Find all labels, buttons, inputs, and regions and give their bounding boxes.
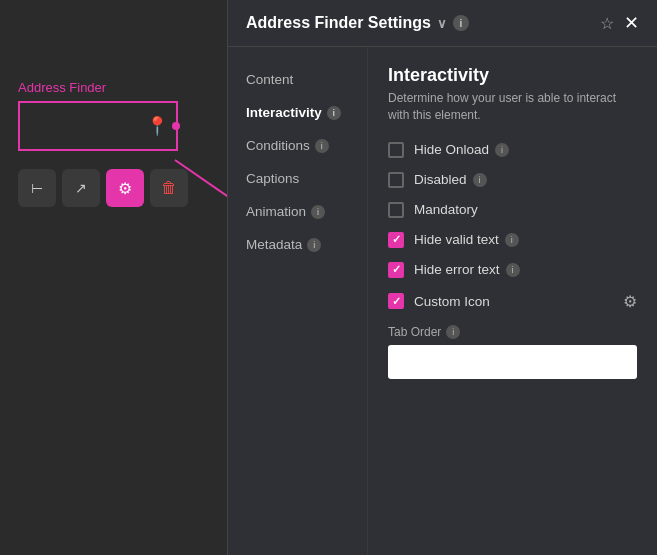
- sidebar-item-content[interactable]: Content: [228, 63, 367, 96]
- disabled-row: Disabled i: [388, 172, 637, 188]
- hide-valid-text-info-icon[interactable]: i: [505, 233, 519, 247]
- mandatory-label: Mandatory: [414, 202, 478, 217]
- element-label[interactable]: Address Finder: [18, 80, 106, 95]
- nav-label-conditions: Conditions: [246, 138, 310, 153]
- sidebar-item-captions[interactable]: Captions: [228, 162, 367, 195]
- disabled-label: Disabled i: [414, 172, 487, 187]
- location-pin-icon: 📍: [146, 115, 168, 137]
- title-info-icon[interactable]: i: [453, 15, 469, 31]
- hide-error-text-label: Hide error text i: [414, 262, 520, 277]
- nav-label-interactivity: Interactivity: [246, 105, 322, 120]
- panel-title-group: Address Finder Settings ∨ i: [246, 14, 469, 32]
- panel-header-actions: ☆ ✕: [600, 12, 639, 34]
- canvas-area: Address Finder 📍 ⊢ ↗ ⚙ 🗑: [0, 0, 230, 555]
- sidebar-item-metadata[interactable]: Metadata i: [228, 228, 367, 261]
- delete-button[interactable]: 🗑: [150, 169, 188, 207]
- element-toolbar: ⊢ ↗ ⚙ 🗑: [18, 169, 188, 207]
- conditions-info-icon[interactable]: i: [315, 139, 329, 153]
- nav-label-captions: Captions: [246, 171, 299, 186]
- tab-order-info-icon[interactable]: i: [446, 325, 460, 339]
- sidebar-item-interactivity[interactable]: Interactivity i: [228, 96, 367, 129]
- mandatory-checkbox[interactable]: [388, 202, 404, 218]
- section-description: Determine how your user is able to inter…: [388, 90, 637, 124]
- element-box[interactable]: 📍: [18, 101, 178, 151]
- custom-icon-checkbox[interactable]: [388, 293, 404, 309]
- section-title: Interactivity: [388, 65, 637, 86]
- star-button[interactable]: ☆: [600, 14, 614, 33]
- sidebar-item-conditions[interactable]: Conditions i: [228, 129, 367, 162]
- side-nav: Content Interactivity i Conditions i Cap…: [228, 47, 368, 555]
- hide-valid-text-checkbox[interactable]: [388, 232, 404, 248]
- settings-panel: Address Finder Settings ∨ i ☆ ✕ Content …: [227, 0, 657, 555]
- disabled-checkbox[interactable]: [388, 172, 404, 188]
- hide-error-text-row: Hide error text i: [388, 262, 637, 278]
- panel-body: Content Interactivity i Conditions i Cap…: [228, 47, 657, 555]
- hide-onload-checkbox[interactable]: [388, 142, 404, 158]
- hide-onload-info-icon[interactable]: i: [495, 143, 509, 157]
- custom-icon-row: Custom Icon ⚙: [388, 292, 637, 311]
- chevron-down-icon[interactable]: ∨: [437, 16, 447, 31]
- tab-order-section: Tab Order i: [388, 325, 637, 379]
- main-content: Interactivity Determine how your user is…: [368, 47, 657, 555]
- hide-error-text-info-icon[interactable]: i: [506, 263, 520, 277]
- hide-valid-text-label: Hide valid text i: [414, 232, 519, 247]
- hide-onload-row: Hide Onload i: [388, 142, 637, 158]
- animation-info-icon[interactable]: i: [311, 205, 325, 219]
- nav-label-metadata: Metadata: [246, 237, 302, 252]
- settings-button[interactable]: ⚙: [106, 169, 144, 207]
- metadata-info-icon[interactable]: i: [307, 238, 321, 252]
- connection-dot: [172, 122, 180, 130]
- tab-order-label: Tab Order i: [388, 325, 637, 339]
- hide-onload-label: Hide Onload i: [414, 142, 509, 157]
- hide-valid-text-row: Hide valid text i: [388, 232, 637, 248]
- interactivity-info-icon[interactable]: i: [327, 106, 341, 120]
- nav-label-animation: Animation: [246, 204, 306, 219]
- expand-button[interactable]: ⊢: [18, 169, 56, 207]
- disabled-info-icon[interactable]: i: [473, 173, 487, 187]
- nav-label-content: Content: [246, 72, 293, 87]
- close-button[interactable]: ✕: [624, 12, 639, 34]
- tab-order-text: Tab Order: [388, 325, 441, 339]
- tab-order-input[interactable]: [388, 345, 637, 379]
- export-button[interactable]: ↗: [62, 169, 100, 207]
- panel-title-text: Address Finder Settings: [246, 14, 431, 32]
- mandatory-row: Mandatory: [388, 202, 637, 218]
- hide-error-text-checkbox[interactable]: [388, 262, 404, 278]
- custom-icon-label: Custom Icon: [414, 294, 490, 309]
- custom-icon-gear-button[interactable]: ⚙: [623, 292, 637, 311]
- panel-header: Address Finder Settings ∨ i ☆ ✕: [228, 0, 657, 47]
- sidebar-item-animation[interactable]: Animation i: [228, 195, 367, 228]
